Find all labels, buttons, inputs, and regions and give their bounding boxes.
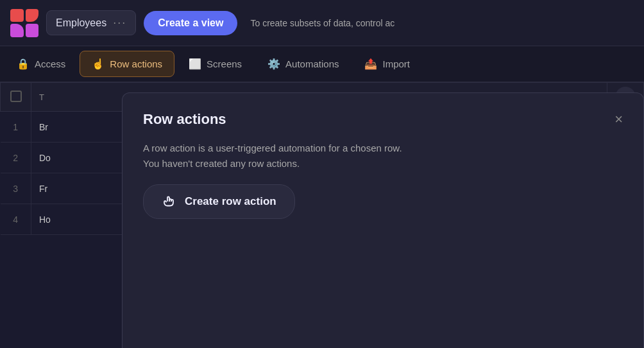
tab-access[interactable]: 🔒 Access: [5, 51, 77, 76]
row-number: 2: [1, 143, 31, 173]
import-icon: 📤: [364, 58, 377, 70]
screen-icon: ⬜: [189, 58, 201, 70]
modal-overlay: Row actions × A row action is a user-tri…: [122, 82, 644, 348]
table-area: T + 1 Br 2 Do 3 Fr 4 Ho: [0, 82, 644, 348]
logo-sq2: [26, 9, 39, 22]
nav-tabs: 🔒 Access ☝️ Row actions ⬜ Screens ⚙️ Aut…: [0, 46, 644, 82]
create-action-hand-icon: [162, 194, 177, 209]
top-description: To create subsets of data, control ac: [250, 18, 394, 28]
more-options-icon[interactable]: ···: [113, 16, 126, 30]
row-actions-modal: Row actions × A row action is a user-tri…: [122, 92, 644, 348]
modal-description: A row action is a user-triggered automat…: [143, 141, 623, 171]
create-row-action-button[interactable]: Create row action: [143, 184, 295, 219]
app-logo: [10, 9, 38, 37]
logo-sq3: [10, 24, 24, 37]
tab-screens-label: Screens: [207, 58, 242, 69]
logo-sq1: [10, 9, 24, 22]
logo-sq4: [26, 24, 39, 37]
top-bar: Employees ··· Create a view To create su…: [0, 0, 644, 46]
row-number: 3: [1, 173, 31, 204]
tab-import-label: Import: [382, 58, 410, 69]
tab-import[interactable]: 📤 Import: [353, 51, 421, 76]
modal-title: Row actions: [143, 111, 226, 128]
modal-header: Row actions ×: [143, 111, 623, 128]
lock-icon: 🔒: [17, 58, 30, 70]
tab-automations-label: Automations: [285, 58, 339, 69]
header-checkbox[interactable]: [10, 91, 22, 102]
tab-access-label: Access: [35, 58, 65, 69]
hand-tab-icon: ☝️: [92, 58, 105, 70]
create-view-button[interactable]: Create a view: [144, 11, 237, 35]
row-number: 4: [1, 204, 31, 235]
employees-pill[interactable]: Employees ···: [46, 10, 136, 35]
node-icon: ⚙️: [267, 58, 280, 70]
employees-label: Employees: [56, 17, 106, 29]
tab-screens[interactable]: ⬜ Screens: [177, 51, 253, 76]
modal-close-button[interactable]: ×: [614, 112, 623, 126]
tab-row-actions-label: Row actions: [110, 58, 162, 69]
tab-row-actions[interactable]: ☝️ Row actions: [80, 51, 174, 77]
tab-automations[interactable]: ⚙️ Automations: [256, 51, 350, 76]
create-row-action-label: Create row action: [185, 195, 276, 208]
row-number: 1: [1, 112, 31, 143]
col-checkbox[interactable]: [1, 83, 31, 112]
